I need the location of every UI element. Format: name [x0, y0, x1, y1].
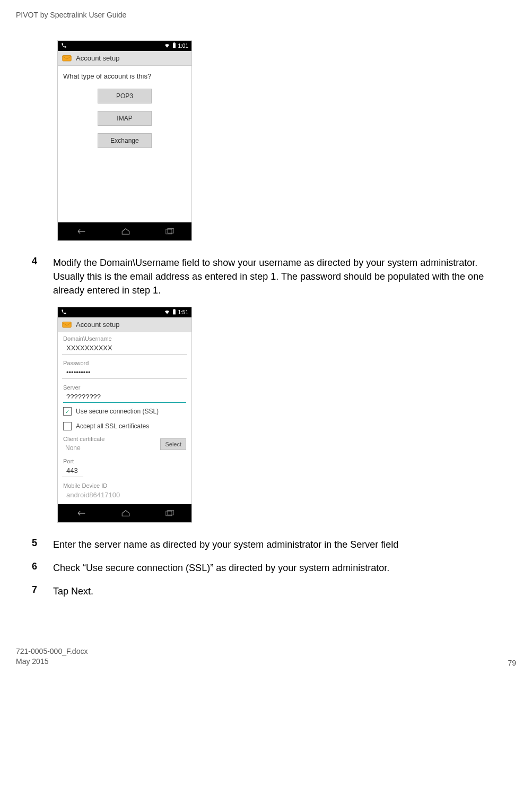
phone-icon — [61, 309, 67, 316]
footer-docname: 721-0005-000_F.docx — [16, 646, 88, 657]
pop3-button[interactable]: POP3 — [98, 89, 152, 103]
android-nav-bar — [58, 504, 191, 522]
battery-icon — [172, 42, 176, 49]
android-nav-bar — [58, 222, 191, 240]
step-number: 5 — [32, 538, 53, 551]
document-header: PIVOT by Spectralink User Guide — [16, 11, 516, 19]
step-6: 6 Check “Use secure connection (SSL)” as… — [32, 561, 500, 575]
step-text: Tap Next. — [53, 584, 93, 598]
domain-username-label: Domain\Username — [63, 335, 186, 342]
device-id-label: Mobile Device ID — [63, 482, 186, 489]
svg-rect-0 — [173, 42, 175, 43]
home-icon[interactable] — [121, 510, 130, 517]
step-text: Enter the server name as directed by you… — [53, 538, 398, 551]
screenshot-account-type: 1:01 Account setup What type of account … — [57, 40, 192, 241]
status-time: 1:51 — [178, 309, 188, 315]
recent-apps-icon[interactable] — [165, 510, 174, 517]
account-type-prompt: What type of account is this? — [58, 66, 191, 87]
back-icon[interactable] — [75, 510, 86, 517]
password-label: Password — [63, 360, 186, 366]
step-number: 6 — [32, 561, 53, 575]
android-status-bar: 1:51 — [58, 307, 191, 317]
port-field[interactable]: 443 — [63, 465, 186, 476]
device-id-value: android86417100 — [63, 490, 186, 500]
svg-rect-5 — [173, 309, 175, 309]
svg-rect-1 — [173, 43, 176, 48]
password-field[interactable]: •••••••••• — [63, 367, 186, 377]
mail-setup-icon — [62, 321, 72, 328]
port-label: Port — [63, 458, 186, 464]
accept-ssl-label: Accept all SSL certificates — [76, 422, 149, 430]
wifi-icon — [164, 42, 170, 49]
svg-rect-7 — [63, 322, 72, 327]
step-5: 5 Enter the server name as directed by y… — [32, 538, 500, 551]
status-time: 1:01 — [178, 43, 188, 49]
ssl-checkbox[interactable]: ✓ — [63, 407, 72, 416]
svg-rect-2 — [63, 55, 72, 61]
screen-title: Account setup — [76, 54, 119, 62]
client-cert-value: None — [63, 443, 104, 453]
step-7: 7 Tap Next. — [32, 584, 500, 598]
screenshot-server-settings: 1:51 Account setup Domain\Username XXXXX… — [57, 307, 192, 523]
ssl-checkbox-label: Use secure connection (SSL) — [76, 408, 159, 415]
mail-setup-icon — [62, 54, 72, 62]
battery-icon — [172, 309, 176, 316]
phone-icon — [61, 42, 67, 49]
home-icon[interactable] — [121, 228, 130, 235]
step-number: 4 — [32, 256, 53, 297]
back-icon[interactable] — [75, 228, 86, 235]
footer-page-number: 79 — [508, 659, 516, 667]
step-number: 7 — [32, 584, 53, 598]
screen-title: Account setup — [76, 321, 119, 329]
step-4: 4 Modify the Domain\Username field to sh… — [32, 256, 500, 297]
step-text: Check “Use secure connection (SSL)” as d… — [53, 561, 389, 575]
page-footer: 721-0005-000_F.docx May 2015 79 — [16, 646, 516, 667]
imap-button[interactable]: IMAP — [98, 111, 152, 126]
server-field[interactable]: ????????? — [63, 392, 186, 403]
screen-title-bar: Account setup — [58, 51, 191, 66]
domain-username-field[interactable]: XXXXXXXXXX — [63, 343, 186, 353]
step-text: Modify the Domain\Username field to show… — [53, 256, 500, 297]
client-cert-label: Client certificate — [63, 436, 104, 442]
server-label: Server — [63, 384, 186, 391]
footer-date: May 2015 — [16, 657, 88, 667]
android-status-bar: 1:01 — [58, 41, 191, 51]
accept-ssl-checkbox[interactable] — [63, 422, 72, 430]
screen-title-bar: Account setup — [58, 317, 191, 332]
wifi-icon — [164, 309, 170, 316]
exchange-button[interactable]: Exchange — [98, 133, 152, 148]
svg-rect-6 — [173, 310, 176, 315]
select-certificate-button[interactable]: Select — [160, 438, 186, 450]
recent-apps-icon[interactable] — [165, 228, 174, 235]
